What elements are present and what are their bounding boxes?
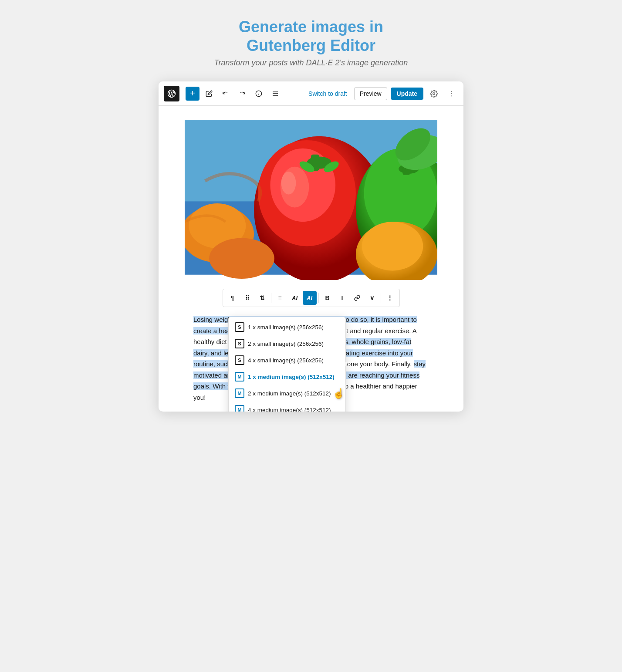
svg-point-8: [451, 93, 452, 94]
size-badge-medium-2: M: [235, 388, 244, 398]
dropdown-item-1s[interactable]: S 1 x small image(s) (256x256): [229, 319, 345, 335]
settings-button[interactable]: [427, 87, 441, 101]
redo-icon: [239, 90, 246, 97]
undo-button[interactable]: [219, 87, 233, 101]
gear-icon: [430, 90, 438, 98]
toolbar-divider-2: [318, 293, 319, 303]
cursor-icon: ☝: [333, 388, 345, 399]
add-block-button[interactable]: +: [186, 87, 199, 101]
dropdown-item-label-wrapper-2m: 2 x medium image(s) (512x512) ☝: [248, 390, 339, 397]
dropdown-item-label-4m: 4 x medium image(s) (512x512): [248, 407, 331, 412]
more-options-button[interactable]: [444, 87, 458, 101]
align-button[interactable]: ≡: [273, 291, 287, 305]
wordpress-icon: [167, 89, 176, 98]
edit-mode-button[interactable]: [202, 87, 216, 101]
ai-generate-button[interactable]: AI: [303, 291, 317, 305]
redo-button[interactable]: [235, 87, 249, 101]
list-icon: [272, 90, 279, 97]
dropdown-item-2m[interactable]: M 2 x medium image(s) (512x512) ☝: [229, 385, 345, 402]
featured-image-container: [159, 106, 463, 282]
toolbar-divider-1: [271, 293, 271, 303]
pencil-icon: [206, 90, 213, 97]
italic-button[interactable]: I: [335, 291, 349, 305]
paragraph-type-button[interactable]: ¶: [226, 291, 240, 305]
svg-point-6: [433, 93, 435, 95]
image-size-dropdown: S 1 x small image(s) (256x256) S 2 x sma…: [228, 317, 346, 412]
editor-window: +: [159, 81, 463, 412]
wp-logo: [164, 86, 179, 101]
drag-handle-button[interactable]: ⠿: [240, 291, 254, 305]
size-badge-small: S: [235, 322, 244, 332]
update-button[interactable]: Update: [391, 88, 423, 100]
page-subtitle: Transform your posts with DALL·E 2's ima…: [214, 58, 408, 68]
dropdown-item-label-4s: 4 x small image(s) (256x256): [248, 357, 324, 364]
featured-image: [185, 115, 437, 280]
dropdown-item-label-2s: 2 x small image(s) (256x256): [248, 341, 324, 347]
info-button[interactable]: [252, 87, 266, 101]
editor-content: ¶ ⠿ ⇅ ≡ AI AI B I ∨: [159, 106, 463, 412]
size-badge-small-4: S: [235, 355, 244, 365]
info-icon: [255, 90, 262, 97]
list-view-button[interactable]: [268, 87, 282, 101]
toolbar-right: Switch to draft Preview Update: [305, 87, 458, 101]
page-wrapper: Generate images in Gutenberg Editor Tran…: [159, 17, 463, 412]
svg-point-7: [451, 91, 452, 92]
page-title-line2: Gutenberg Editor: [214, 36, 408, 55]
svg-point-26: [362, 222, 423, 271]
switch-to-draft-button[interactable]: Switch to draft: [305, 88, 351, 100]
dropdown-item-4s[interactable]: S 4 x small image(s) (256x256): [229, 352, 345, 368]
link-icon: [354, 295, 360, 301]
dropdown-item-label-1m: 1 x medium image(s) (512x512): [248, 374, 335, 380]
move-arrows-button[interactable]: ⇅: [255, 291, 269, 305]
svg-point-29: [281, 172, 296, 194]
dropdown-item-label-1s: 1 x small image(s) (256x256): [248, 324, 324, 331]
dropdown-item-4m[interactable]: M 4 x medium image(s) (512x512): [229, 402, 345, 412]
preview-button[interactable]: Preview: [354, 87, 387, 100]
undo-icon: [222, 90, 229, 97]
size-badge-medium-4: M: [235, 405, 244, 412]
paragraph-toolbar: ¶ ⠿ ⇅ ≡ AI AI B I ∨: [223, 289, 400, 307]
ai-text-button[interactable]: AI: [288, 291, 302, 305]
size-badge-medium-1: M: [235, 372, 244, 382]
more-formatting-button[interactable]: ∨: [365, 291, 379, 305]
page-title: Generate images in Gutenberg Editor: [214, 17, 408, 55]
more-vertical-icon: [447, 90, 455, 98]
dropdown-item-1m[interactable]: M 1 x medium image(s) (512x512): [229, 368, 345, 385]
page-title-line1: Generate images in: [214, 17, 408, 36]
paragraph-toolbar-wrapper: ¶ ⠿ ⇅ ≡ AI AI B I ∨: [159, 289, 463, 307]
toolbar-divider-3: [381, 293, 381, 303]
svg-point-27: [209, 238, 274, 279]
link-button[interactable]: [350, 291, 364, 305]
dropdown-item-2s[interactable]: S 2 x small image(s) (256x256): [229, 335, 345, 352]
page-header: Generate images in Gutenberg Editor Tran…: [214, 17, 408, 68]
size-badge-small-2: S: [235, 339, 244, 348]
block-options-button[interactable]: ⋮: [383, 291, 397, 305]
editor-toolbar: +: [159, 81, 463, 106]
bold-button[interactable]: B: [321, 291, 335, 305]
toolbar-left: +: [164, 86, 282, 101]
svg-point-9: [451, 95, 452, 96]
dropdown-item-label-2m: 2 x medium image(s) (512x512): [248, 390, 331, 397]
